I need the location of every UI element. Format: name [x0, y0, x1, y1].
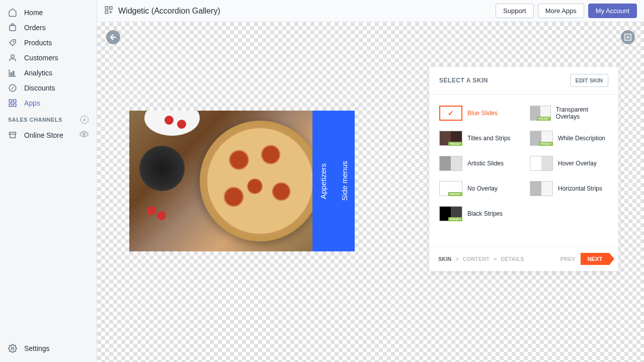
skin-label: Black Stripes [467, 210, 503, 217]
tag-icon [8, 38, 17, 47]
nav-online-store[interactable]: Online Store [0, 127, 97, 143]
topbar: Widgetic (Accordion Gallery) Support Mor… [97, 0, 644, 22]
skin-label: Blue Slides [467, 110, 498, 117]
expand-button[interactable] [621, 30, 635, 44]
skin-option[interactable]: PRESETBlack Stripes [433, 201, 524, 226]
skin-option[interactable]: PRESETNo Overlay [433, 176, 524, 201]
breadcrumb: SKIN > CONTENT > DETAILS [438, 256, 524, 262]
skin-option[interactable]: Horizontal Strips [524, 176, 614, 201]
edit-skin-button[interactable]: EDIT SKIN [570, 74, 608, 87]
skin-option[interactable]: Artistic Slides [433, 151, 524, 176]
crumb-sep: > [494, 256, 497, 262]
svg-rect-9 [14, 104, 16, 107]
svg-point-1 [14, 41, 15, 42]
canvas: Appetizers Side menus SELECT A SKIN EDIT… [97, 22, 644, 362]
svg-rect-12 [105, 7, 108, 9]
my-account-button[interactable]: My Account [588, 4, 637, 18]
crumb-details[interactable]: DETAILS [501, 256, 524, 262]
svg-rect-3 [11, 73, 12, 75]
accordion-preview: Appetizers Side menus [129, 111, 355, 251]
crumb-content[interactable]: CONTENT [463, 256, 490, 262]
main-area: Widgetic (Accordion Gallery) Support Mor… [97, 0, 644, 362]
nav-label: Online Store [24, 131, 63, 139]
footer-nav: PREV NEXT [560, 253, 609, 265]
user-icon [8, 53, 17, 62]
skin-thumb: PRESET [530, 106, 551, 121]
prev-button[interactable]: PREV [560, 256, 576, 262]
nav-apps[interactable]: Apps [0, 96, 97, 111]
topbar-actions: Support More Apps My Account [496, 4, 637, 18]
skin-option[interactable]: PRESETTitles and Strips [433, 126, 524, 151]
skin-thumb [530, 156, 553, 171]
nav-orders[interactable]: Orders [0, 20, 97, 35]
svg-rect-6 [9, 100, 12, 102]
preview-image[interactable] [129, 111, 312, 251]
nav-label: Analytics [24, 69, 52, 77]
nav-settings[interactable]: Settings [0, 341, 97, 356]
svg-rect-8 [9, 104, 12, 107]
svg-rect-7 [14, 100, 16, 102]
accordion-slide-side-menus[interactable]: Side menus [334, 111, 355, 251]
skin-panel: SELECT A SKIN EDIT SKIN ✓Blue SlidesPRES… [429, 66, 619, 272]
svg-rect-0 [10, 26, 16, 31]
skin-option[interactable]: PRESETWhite Description [524, 126, 614, 151]
nav-home[interactable]: Home [0, 5, 97, 20]
slide-label: Appetizers [319, 163, 328, 199]
skin-thumb: PRESET [439, 206, 462, 221]
skin-thumb [530, 181, 553, 196]
nav-label: Products [24, 39, 52, 47]
add-channel-icon[interactable]: + [80, 116, 89, 124]
nav-analytics[interactable]: Analytics [0, 65, 97, 80]
skin-label: Titles and Strips [467, 135, 511, 142]
app-title: Widgetic (Accordion Gallery) [104, 6, 220, 17]
skin-label: No Overlay [467, 185, 498, 192]
skin-thumb: PRESET [439, 131, 462, 146]
eye-icon[interactable] [79, 130, 89, 140]
nav-label: Apps [24, 99, 40, 107]
skin-thumb [439, 156, 462, 171]
orders-icon [8, 23, 17, 32]
support-button[interactable]: Support [496, 4, 534, 18]
skin-label: White Description [558, 135, 605, 142]
svg-point-11 [12, 347, 14, 350]
gear-icon [8, 344, 17, 353]
accordion-slide-appetizers[interactable]: Appetizers [312, 111, 334, 251]
skin-option[interactable]: PRESETTransparent Overlays [524, 101, 614, 126]
app-icon [104, 6, 113, 17]
panel-header: SELECT A SKIN EDIT SKIN [429, 67, 618, 95]
skin-label: Horizontal Strips [558, 185, 602, 192]
svg-rect-4 [13, 71, 14, 75]
analytics-icon [8, 68, 17, 77]
skin-thumb: PRESET [530, 131, 553, 146]
nav-label: Orders [24, 24, 46, 32]
panel-footer: SKIN > CONTENT > DETAILS PREV NEXT [429, 246, 618, 271]
sidebar: Home Orders Products Customers Analytics… [0, 0, 97, 362]
skin-label: Hover Overlay [558, 160, 597, 167]
skin-option[interactable]: ✓Blue Slides [433, 101, 524, 126]
section-label-text: SALES CHANNELS [8, 117, 62, 123]
nav-products[interactable]: Products [0, 35, 97, 50]
skin-label: Artistic Slides [467, 160, 504, 167]
svg-rect-13 [110, 7, 112, 9]
panel-title: SELECT A SKIN [439, 77, 488, 84]
skin-option[interactable]: Hover Overlay [524, 151, 614, 176]
nav-discounts[interactable]: Discounts [0, 80, 97, 96]
apps-icon [8, 99, 17, 108]
skins-grid: ✓Blue SlidesPRESETTransparent OverlaysPR… [429, 95, 618, 246]
nav-label: Settings [24, 344, 50, 352]
skin-thumb: ✓ [439, 106, 462, 121]
nav-customers[interactable]: Customers [0, 50, 97, 65]
skin-label: Transparent Overlays [556, 106, 608, 120]
next-button[interactable]: NEXT [581, 253, 609, 265]
nav-label: Discounts [24, 84, 55, 92]
svg-rect-14 [105, 11, 108, 13]
slide-label: Side menus [340, 161, 349, 201]
store-icon [8, 131, 17, 140]
more-apps-button[interactable]: More Apps [538, 4, 584, 18]
crumb-skin[interactable]: SKIN [438, 256, 451, 262]
nav-label: Customers [24, 54, 58, 62]
app-title-text: Widgetic (Accordion Gallery) [118, 7, 220, 16]
sales-channels-header: SALES CHANNELS + [0, 111, 97, 127]
crumb-sep: > [455, 256, 458, 262]
back-button[interactable] [106, 30, 120, 44]
